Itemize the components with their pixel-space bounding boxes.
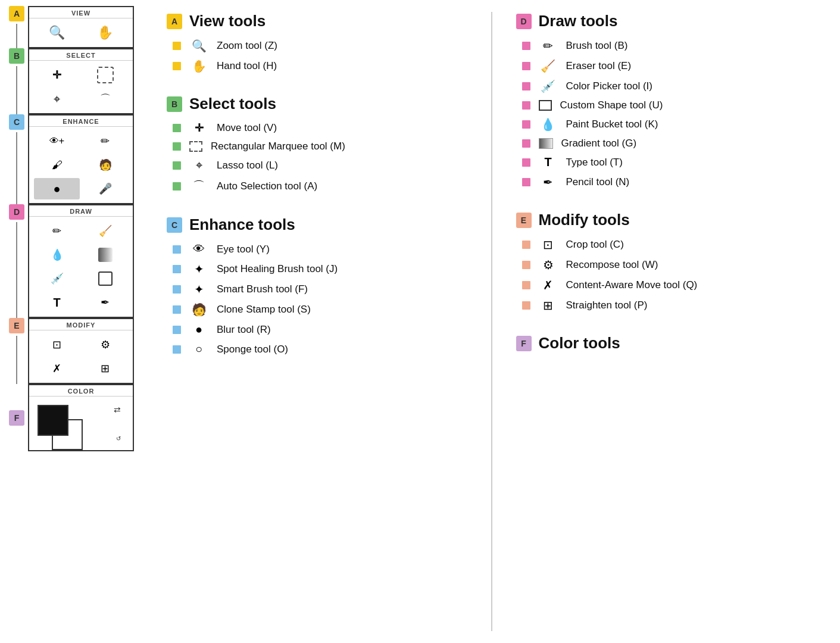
- paint-bucket-tool-name: Paint Bucket tool (K): [566, 118, 658, 130]
- clone-stamp-color-dot: [173, 305, 181, 314]
- move-icon: ✛: [189, 121, 208, 135]
- view-tools-section: A View tools 🔍 Zoom tool (Z) ✋ Hand tool…: [167, 12, 467, 73]
- eraser-tool-sidebar-icon[interactable]: 🧹: [82, 220, 128, 242]
- gradient-sidebar-icon[interactable]: [98, 248, 113, 262]
- hand-icon: ✋: [189, 59, 208, 73]
- recompose-tool-item: ⚙ Recompose tool (W): [516, 258, 817, 272]
- type-tool-item: T Type tool (T): [516, 155, 817, 169]
- spot-heal-tool-item: ✦ Spot Healing Brush tool (J): [167, 262, 467, 276]
- straighten-sidebar-icon[interactable]: ⊞: [82, 358, 128, 379]
- draw-tools-header: D Draw tools: [516, 12, 817, 30]
- custom-shape-tool-item: Custom Shape tool (U): [516, 99, 817, 111]
- blur-tool-icon[interactable]: ●: [34, 178, 80, 199]
- swap-colors-icon[interactable]: ⇄: [114, 405, 121, 414]
- marquee-tool-item: Rectangular Marquee tool (M): [167, 141, 467, 152]
- left-column: A View tools 🔍 Zoom tool (Z) ✋ Hand tool…: [161, 12, 492, 631]
- modify-tools-title: Modify tools: [539, 211, 630, 229]
- paint-bucket-sidebar-icon[interactable]: 💧: [34, 244, 80, 266]
- brush-tool-name: Brush tool (B): [566, 40, 628, 52]
- brush-icon: ✏: [539, 39, 558, 53]
- recompose-color-dot: [522, 261, 530, 269]
- recompose-tool-name: Recompose tool (W): [566, 259, 658, 271]
- sidebar: A VIEW 🔍 ✋ B SELECT ✛ ⌖ ⌒: [0, 0, 143, 643]
- custom-shape-icon: [539, 100, 552, 111]
- zoom-icon: 🔍: [189, 39, 208, 53]
- auto-select-tool-icon[interactable]: ⌒: [82, 88, 128, 110]
- eye-tool-name: Eye tool (Y): [217, 244, 270, 255]
- crop-icon: ⊡: [539, 238, 558, 252]
- modify-badge: E: [516, 213, 532, 228]
- marquee-tool-icon[interactable]: [97, 67, 114, 83]
- zoom-tool-name: Zoom tool (Z): [217, 40, 277, 52]
- badge-c: C: [9, 114, 24, 130]
- hand-tool-icon[interactable]: ✋: [82, 22, 128, 43]
- color-picker-sidebar-icon[interactable]: 💉: [34, 268, 80, 289]
- draw-badge: D: [516, 14, 532, 29]
- view-icons: 🔍 ✋: [29, 18, 133, 47]
- eraser-tool-name: Eraser tool (E): [566, 60, 632, 72]
- smart-brush-tool-item: ✦ Smart Brush tool (F): [167, 282, 467, 296]
- type-tool-sidebar-icon[interactable]: T: [34, 292, 80, 313]
- pencil-sidebar-icon[interactable]: ✒: [82, 292, 128, 313]
- enhance-tools-section: C Enhance tools 👁 Eye tool (Y) ✦ Spot He…: [167, 216, 467, 356]
- sponge-icon: ○: [189, 342, 208, 356]
- modify-tools-header: E Modify tools: [516, 211, 817, 229]
- zoom-tool-icon[interactable]: 🔍: [34, 22, 80, 43]
- select-tools-section: B Select tools ✛ Move tool (V) Rectangul…: [167, 95, 467, 194]
- brush-tool-item: ✏ Brush tool (B): [516, 39, 817, 53]
- pencil-color-dot: [522, 178, 530, 186]
- reset-colors-icon[interactable]: ↺: [116, 435, 121, 442]
- view-tools-header: A View tools: [167, 12, 467, 30]
- shape-sidebar-icon[interactable]: [98, 271, 113, 286]
- enhance-section-label: ENHANCE: [29, 116, 133, 127]
- recompose-sidebar-icon[interactable]: ⚙: [82, 334, 128, 355]
- straighten-tool-name: Straighten tool (P): [566, 299, 648, 311]
- enhance-tools-title: Enhance tools: [189, 216, 295, 234]
- blur-icon: ●: [189, 323, 208, 336]
- pencil-tool-item: ✒ Pencil tool (N): [516, 175, 817, 189]
- enhance-tools-header: C Enhance tools: [167, 216, 467, 234]
- gradient-icon: [539, 138, 553, 149]
- crop-tool-sidebar-icon[interactable]: ⊡: [34, 334, 80, 355]
- modify-tools-section: E Modify tools ⊡ Crop tool (C) ⚙ Recompo…: [516, 211, 817, 313]
- move-tool-item: ✛ Move tool (V): [167, 121, 467, 135]
- auto-select-tool-name: Auto Selection tool (A): [217, 180, 317, 192]
- spot-heal-icon[interactable]: ✏: [82, 130, 128, 152]
- draw-tools-title: Draw tools: [539, 12, 618, 30]
- crop-tool-item: ⊡ Crop tool (C): [516, 238, 817, 252]
- sponge-tool-item: ○ Sponge tool (O): [167, 342, 467, 356]
- pencil-tool-name: Pencil tool (N): [566, 176, 630, 188]
- straighten-icon: ⊞: [539, 298, 558, 313]
- select-tools-title: Select tools: [189, 95, 276, 113]
- smart-brush-icon: ✦: [189, 282, 208, 296]
- eye-icon: 👁: [189, 242, 208, 256]
- lasso-color-dot: [173, 161, 181, 170]
- paint-bucket-color-dot: [522, 120, 530, 129]
- draw-tools-section: D Draw tools ✏ Brush tool (B) 🧹 Eraser t…: [516, 12, 817, 189]
- brush-tool-sidebar-icon[interactable]: ✏: [34, 220, 80, 242]
- main-content: A View tools 🔍 Zoom tool (Z) ✋ Hand tool…: [143, 0, 840, 643]
- hand-color-dot: [173, 62, 181, 70]
- sponge-tool-icon[interactable]: 🎤: [82, 178, 128, 199]
- hand-tool-name: Hand tool (H): [217, 60, 277, 72]
- marquee-tool-name: Rectangular Marquee tool (M): [211, 141, 345, 152]
- badge-e: E: [9, 318, 24, 333]
- paint-bucket-tool-item: 💧 Paint Bucket tool (K): [516, 117, 817, 132]
- foreground-color-swatch[interactable]: [38, 405, 68, 436]
- move-tool-icon[interactable]: ✛: [34, 64, 80, 86]
- lasso-tool-name: Lasso tool (L): [217, 160, 278, 171]
- blur-color-dot: [173, 326, 181, 334]
- lasso-tool-icon[interactable]: ⌖: [34, 88, 80, 110]
- lasso-tool-item: ⌖ Lasso tool (L): [167, 158, 467, 172]
- eye-tool-icon[interactable]: 👁+: [34, 130, 80, 152]
- straighten-tool-item: ⊞ Straighten tool (P): [516, 298, 817, 313]
- gradient-tool-name: Gradient tool (G): [561, 138, 637, 149]
- sponge-color-dot: [173, 345, 181, 354]
- color-picker-color-dot: [522, 82, 530, 90]
- smart-brush-icon[interactable]: 🖌: [34, 154, 80, 176]
- eraser-icon: 🧹: [539, 59, 558, 73]
- color-section-label: COLOR: [29, 385, 133, 397]
- straighten-color-dot: [522, 301, 530, 310]
- clone-stamp-icon[interactable]: 🧑: [82, 154, 128, 176]
- content-aware-sidebar-icon[interactable]: ✗: [34, 358, 80, 379]
